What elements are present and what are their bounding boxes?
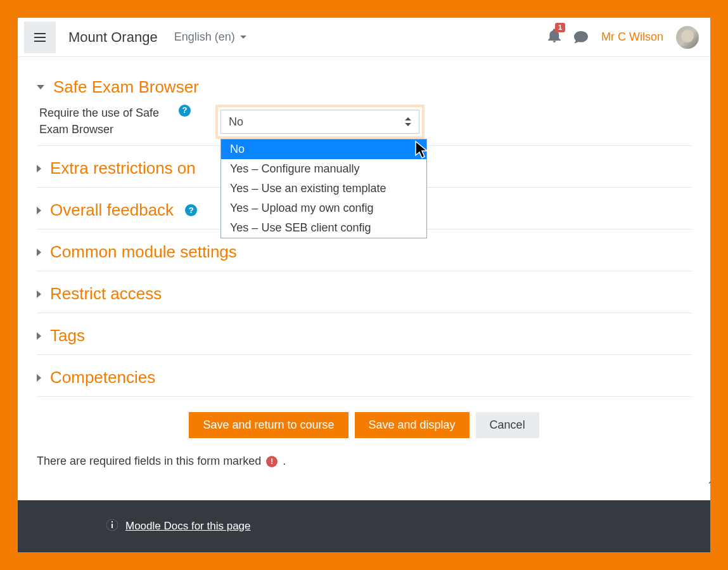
select-arrows-icon [405, 117, 411, 126]
section-tags[interactable]: Tags [37, 313, 691, 355]
setting-label-text: Require the use of Safe Exam Browser [39, 105, 172, 138]
bell-icon [548, 32, 561, 45]
chevron-right-icon [37, 249, 41, 256]
moodle-docs-link[interactable]: Moodle Docs for this page [125, 520, 251, 533]
section-competencies[interactable]: Competencies [37, 355, 691, 397]
setting-label: Require the use of Safe Exam Browser ? [39, 105, 215, 138]
seb-select[interactable]: No [220, 110, 419, 134]
language-label: English (en) [174, 30, 235, 44]
notifications-button[interactable]: 1 [548, 29, 561, 46]
seb-option-no[interactable]: No [221, 139, 426, 159]
notifications-badge: 1 [555, 23, 565, 32]
seb-select-value: No [229, 115, 243, 129]
form-actions: Save and return to course Save and displ… [37, 397, 691, 443]
chevron-down-icon [37, 85, 44, 89]
seb-option-seb-client-config[interactable]: Yes – Use SEB client config [221, 218, 426, 238]
section-title: Extra restrictions on [50, 159, 196, 178]
user-avatar[interactable] [676, 26, 699, 49]
required-fields-note: There are required fields in this form m… [37, 443, 691, 486]
seb-option-configure-manually[interactable]: Yes – Configure manually [221, 159, 426, 179]
user-name-link[interactable]: Mr C Wilson [601, 30, 663, 44]
messages-button[interactable] [573, 30, 589, 44]
chevron-right-icon [37, 165, 41, 172]
help-icon[interactable]: ? [179, 105, 191, 117]
required-note-text: There are required fields in this form m… [37, 455, 261, 468]
required-note-period: . [283, 455, 286, 468]
page-root: Mount Orange English (en) 1 Mr C Wilson [18, 18, 710, 552]
site-title[interactable]: Mount Orange [68, 29, 158, 46]
footer-bar: Moodle Docs for this page [18, 500, 710, 552]
section-title: Overall feedback [50, 200, 174, 220]
top-navbar: Mount Orange English (en) 1 Mr C Wilson [18, 18, 710, 57]
chevron-right-icon [37, 207, 41, 214]
section-safe-exam-browser-header[interactable]: Safe Exam Browser [37, 65, 691, 102]
setting-require-seb: Require the use of Safe Exam Browser ? N… [37, 102, 691, 146]
scroll-to-top-button[interactable]: ↑ [707, 476, 710, 493]
chevron-right-icon [37, 290, 41, 298]
section-title: Restrict access [50, 284, 162, 304]
chevron-right-icon [37, 332, 41, 340]
chevron-down-icon [240, 36, 246, 39]
cancel-button[interactable]: Cancel [476, 412, 539, 438]
info-icon [106, 519, 118, 534]
navbar-right: 1 Mr C Wilson [548, 26, 699, 49]
language-selector[interactable]: English (en) [174, 30, 246, 44]
section-restrict-access[interactable]: Restrict access [37, 271, 691, 313]
section-title: Safe Exam Browser [53, 77, 199, 97]
chevron-right-icon [37, 374, 41, 382]
section-title: Tags [50, 326, 85, 346]
seb-option-upload-config[interactable]: Yes – Upload my own config [221, 198, 426, 218]
section-title: Common module settings [50, 242, 237, 262]
save-return-button[interactable]: Save and return to course [189, 412, 348, 438]
section-title: Competencies [50, 368, 155, 387]
save-display-button[interactable]: Save and display [355, 412, 469, 438]
seb-select-wrapper: No No Yes – Configure manually Yes – Use… [215, 105, 425, 139]
hamburger-icon [34, 33, 46, 42]
help-icon[interactable]: ? [185, 204, 197, 216]
seb-option-existing-template[interactable]: Yes – Use an existing template [221, 179, 426, 198]
seb-select-dropdown: No Yes – Configure manually Yes – Use an… [220, 139, 427, 238]
form-content: Safe Exam Browser Require the use of Saf… [18, 57, 710, 486]
required-icon: ! [266, 456, 278, 467]
hamburger-button[interactable] [24, 22, 56, 53]
